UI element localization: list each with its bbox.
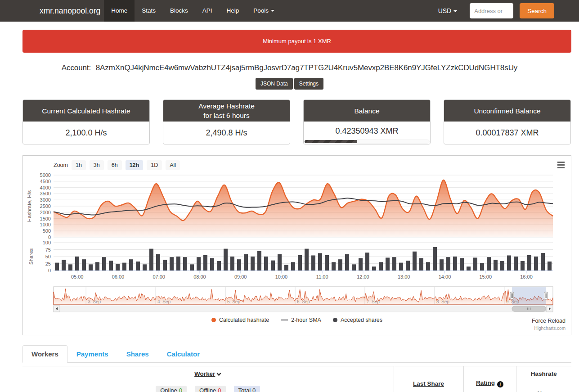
legend-item[interactable]: 2-hour SMA xyxy=(281,317,321,323)
hashrate-column-header: Hashrate xyxy=(516,366,571,381)
nav-item-api[interactable]: API xyxy=(195,0,220,22)
counter-online: Online0 xyxy=(156,386,187,392)
svg-text:16:00: 16:00 xyxy=(520,274,533,279)
chart-zoom-row: Zoom 1h3h6h12h1DAll xyxy=(54,160,180,170)
main-nav: HomeStatsBlocksAPIHelpPools xyxy=(104,0,282,22)
chart-menu-icon[interactable] xyxy=(557,162,565,170)
chart-legend: Calculated hashrate2-hour SMAAccepted sh… xyxy=(23,317,571,323)
svg-text:Hashrate, H/s: Hashrate, H/s xyxy=(27,190,32,222)
counter-total: Total0 xyxy=(234,386,260,392)
search-input[interactable] xyxy=(470,3,513,18)
legend-marker-icon xyxy=(333,318,337,322)
rating-info-icon[interactable]: i xyxy=(497,381,503,387)
stat-cards: Current Calculated Hashrate2,100.0 H/sAv… xyxy=(22,99,571,144)
stat-card-title: Average Hashratefor last 6 hours xyxy=(163,100,290,122)
tab-payments[interactable]: Payments xyxy=(67,345,117,363)
tab-calculator[interactable]: Calculator xyxy=(158,345,209,363)
worker-counters-cell: Online0Offline0Total0 xyxy=(22,381,394,392)
stat-card-3: Unconfirmed Balance0.00017837 XMR xyxy=(444,99,571,144)
worker-sort-link[interactable]: Worker xyxy=(194,370,215,377)
svg-text:4000: 4000 xyxy=(40,185,51,190)
svg-text:3000: 3000 xyxy=(40,197,51,203)
svg-text:0: 0 xyxy=(48,268,51,273)
currency-dropdown[interactable]: USD xyxy=(438,7,458,14)
svg-text:1000: 1000 xyxy=(40,222,51,227)
min-payout-banner: Minimum payout is 1 XMR xyxy=(22,30,571,53)
last-share-sort-link[interactable]: Last Share xyxy=(413,380,444,387)
nav-item-stats[interactable]: Stats xyxy=(135,0,163,22)
svg-text:500: 500 xyxy=(43,228,51,234)
stat-card-title: Balance xyxy=(304,100,430,122)
stat-card-0: Current Calculated Hashrate2,100.0 H/s xyxy=(22,99,150,144)
tab-shares[interactable]: Shares xyxy=(117,345,158,363)
svg-text:06:00: 06:00 xyxy=(112,274,125,279)
svg-text:15:00: 15:00 xyxy=(479,274,492,279)
legend-marker-icon xyxy=(281,320,288,320)
search-button[interactable]: Search xyxy=(520,3,554,18)
stat-card-value: 0.00017837 XMR xyxy=(444,122,570,144)
stat-card-title: Unconfirmed Balance xyxy=(444,100,570,122)
svg-text:12:00: 12:00 xyxy=(357,274,369,279)
tab-workers[interactable]: Workers xyxy=(22,345,67,363)
svg-text:14:00: 14:00 xyxy=(439,274,451,279)
nav-item-home[interactable]: Home xyxy=(104,0,135,22)
navigator-handle[interactable] xyxy=(510,292,514,299)
stat-card-value: 2,490.8 H/s xyxy=(163,122,290,144)
stat-card-2: Balance0.42350943 XMR xyxy=(303,99,431,144)
json-data-button[interactable]: JSON Data xyxy=(256,78,293,90)
legend-item[interactable]: Accepted shares xyxy=(333,317,382,323)
svg-text:Shares: Shares xyxy=(28,248,34,265)
svg-text:09:00: 09:00 xyxy=(234,274,247,279)
chart-zoom-all[interactable]: All xyxy=(166,160,180,170)
nav-item-pools[interactable]: Pools xyxy=(246,0,282,22)
svg-text:5000: 5000 xyxy=(40,172,51,178)
hashrate-header-label: Hashrate xyxy=(531,370,557,377)
account-label: Account: xyxy=(62,63,91,72)
navbar: xmr.nanopool.org HomeStatsBlocksAPIHelpP… xyxy=(0,0,579,22)
account-tabs: WorkersPaymentsSharesCalculator xyxy=(22,345,571,363)
svg-text:1500: 1500 xyxy=(40,216,51,221)
svg-text:11:00: 11:00 xyxy=(316,274,328,279)
worker-column-header: Worker xyxy=(22,366,394,381)
legend-item[interactable]: Calculated hashrate xyxy=(211,317,269,323)
worker-counters: Online0Offline0Total0 xyxy=(22,381,394,392)
stat-card-value: 2,100.0 H/s xyxy=(23,122,149,144)
chart-panel: 0500100015002000250030003500400045005000… xyxy=(22,155,571,335)
svg-text:10:00: 10:00 xyxy=(275,274,288,279)
svg-text:0: 0 xyxy=(48,234,51,240)
svg-text:100: 100 xyxy=(43,240,51,245)
settings-button[interactable]: Settings xyxy=(294,78,323,90)
account-line: Account: 8AzmXnQJ4kjNmcE4w6mwVabzhUTZ4js… xyxy=(0,63,579,72)
chart-zoom-6h[interactable]: 6h xyxy=(108,160,122,170)
svg-text:13:00: 13:00 xyxy=(398,274,410,279)
highcharts-credit-link[interactable]: Highcharts.com xyxy=(534,326,566,331)
balance-progress-bar xyxy=(304,140,430,144)
force-reload-link[interactable]: Force Reload xyxy=(532,318,566,324)
chart-zoom-1d[interactable]: 1D xyxy=(147,160,162,170)
svg-text:07:00: 07:00 xyxy=(153,274,165,279)
sort-down-icon xyxy=(216,372,221,376)
navigator-selection[interactable] xyxy=(512,287,546,305)
brand-link[interactable]: xmr.nanopool.org xyxy=(40,0,100,22)
workers-table: Worker Last Share Ratingi Hashrate Onlin… xyxy=(22,366,571,392)
nav-item-help[interactable]: Help xyxy=(220,0,247,22)
account-address: 8AzmXnQJ4kjNmcE4w6mwVabzhUTZ4jsaj5rmBgJo… xyxy=(96,63,517,72)
rating-sort-link[interactable]: Rating xyxy=(476,379,495,386)
shares-bars xyxy=(55,247,552,270)
zoom-buttons: 1h3h6h12h1DAll xyxy=(72,160,180,170)
svg-text:3500: 3500 xyxy=(40,191,51,196)
stat-card-title: Current Calculated Hashrate xyxy=(23,100,149,122)
svg-text:2500: 2500 xyxy=(40,203,51,209)
stat-card-value: 0.42350943 XMR xyxy=(304,122,430,144)
chart-zoom-1h[interactable]: 1h xyxy=(72,160,86,170)
nav-item-blocks[interactable]: Blocks xyxy=(163,0,195,22)
legend-marker-icon xyxy=(211,318,216,322)
chart-zoom-3h[interactable]: 3h xyxy=(90,160,104,170)
last-share-column-header: Last Share xyxy=(394,366,463,392)
caret-down-icon xyxy=(271,10,274,12)
navigator-handle[interactable] xyxy=(544,292,548,299)
zoom-label: Zoom xyxy=(54,162,68,168)
banner-text: Minimum payout is 1 XMR xyxy=(263,38,331,45)
chart-zoom-12h[interactable]: 12h xyxy=(126,160,144,170)
counter-offline: Offline0 xyxy=(195,386,226,392)
